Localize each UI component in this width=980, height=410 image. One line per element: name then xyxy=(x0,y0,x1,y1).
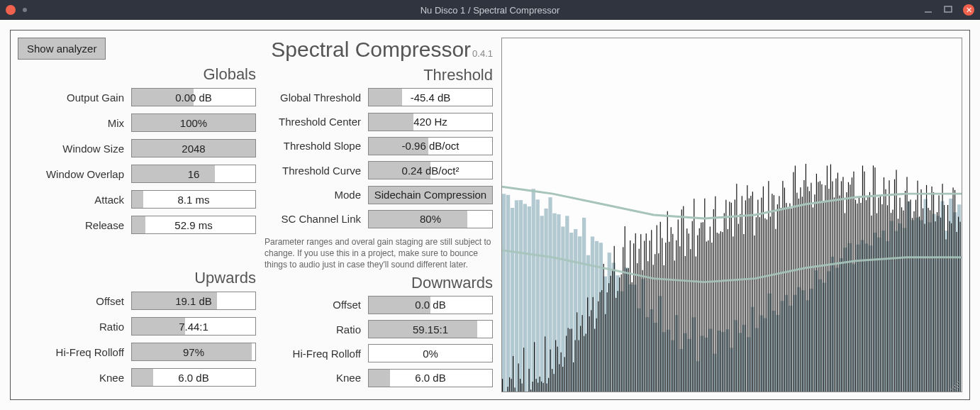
param-threshold-center: Threshold Center 420 Hz xyxy=(265,111,493,131)
resize-grip-icon[interactable] xyxy=(950,380,960,390)
upwards-knee-slider[interactable]: 6.0 dB xyxy=(131,368,256,387)
svg-rect-172 xyxy=(608,283,609,392)
svg-rect-203 xyxy=(664,265,664,392)
mix-slider[interactable]: 100% xyxy=(131,113,256,132)
svg-rect-150 xyxy=(569,329,570,392)
svg-rect-161 xyxy=(589,316,590,392)
param-label: Ratio xyxy=(18,321,131,333)
svg-rect-274 xyxy=(789,204,790,392)
svg-rect-154 xyxy=(577,312,577,392)
svg-rect-275 xyxy=(791,209,792,392)
attack-slider[interactable]: 8.1 ms xyxy=(131,190,256,209)
svg-rect-299 xyxy=(834,197,835,392)
threshold-slope-slider[interactable]: -0.96 dB/oct xyxy=(368,137,493,155)
svg-rect-128 xyxy=(530,389,531,392)
svg-rect-197 xyxy=(653,265,654,392)
svg-rect-290 xyxy=(818,182,818,392)
svg-rect-244 xyxy=(736,184,737,392)
svg-rect-142 xyxy=(555,340,556,392)
close-icon[interactable]: ✕ xyxy=(963,4,974,16)
svg-rect-282 xyxy=(803,180,804,392)
sc-link-slider[interactable]: 80% xyxy=(368,210,493,228)
svg-rect-326 xyxy=(881,204,882,392)
svg-rect-268 xyxy=(779,196,779,392)
svg-rect-162 xyxy=(591,310,591,392)
svg-rect-118 xyxy=(513,356,513,392)
spectrum-analyzer[interactable] xyxy=(501,38,962,392)
window-overlap-slider[interactable]: 16 xyxy=(131,165,256,183)
svg-rect-358 xyxy=(938,195,939,392)
svg-rect-281 xyxy=(802,196,803,392)
upwards-offset-slider[interactable]: 19.1 dB xyxy=(131,292,256,310)
svg-rect-222 xyxy=(697,236,698,392)
param-label: Offset xyxy=(265,299,368,311)
svg-rect-329 xyxy=(887,205,888,392)
svg-rect-318 xyxy=(867,196,868,392)
svg-rect-303 xyxy=(841,181,842,392)
svg-rect-330 xyxy=(889,180,889,392)
downwards-hfroll-slider[interactable]: 0% xyxy=(368,344,493,362)
svg-rect-367 xyxy=(954,190,955,392)
downwards-ratio-slider[interactable]: 59.15:1 xyxy=(368,320,493,338)
param-label: Offset xyxy=(18,295,131,307)
svg-rect-266 xyxy=(775,229,776,392)
upwards-hfroll-slider[interactable]: 97% xyxy=(131,343,256,361)
svg-rect-166 xyxy=(598,301,598,392)
section-threshold-heading: Threshold xyxy=(265,66,493,84)
plugin-window: Show analyzer Globals Output Gain 0.00 d… xyxy=(0,20,980,410)
upwards-ratio-slider[interactable]: 7.44:1 xyxy=(131,317,256,336)
svg-rect-295 xyxy=(827,166,828,392)
param-threshold-curve: Threshold Curve 0.24 dB/oct² xyxy=(265,160,493,180)
svg-rect-265 xyxy=(774,195,774,392)
svg-rect-115 xyxy=(508,387,508,392)
svg-rect-285 xyxy=(809,191,810,392)
release-slider[interactable]: 52.9 ms xyxy=(131,216,256,234)
svg-rect-242 xyxy=(733,236,733,392)
global-threshold-slider[interactable]: -45.4 dB xyxy=(368,88,493,106)
svg-rect-147 xyxy=(564,357,565,392)
param-attack: Attack 8.1 ms xyxy=(18,189,256,210)
svg-rect-182 xyxy=(626,268,627,392)
svg-rect-314 xyxy=(860,203,861,392)
svg-rect-327 xyxy=(884,177,884,392)
maximize-icon[interactable] xyxy=(943,4,953,16)
svg-rect-308 xyxy=(850,184,850,392)
svg-rect-352 xyxy=(928,208,928,392)
svg-rect-280 xyxy=(800,187,801,392)
svg-rect-292 xyxy=(821,184,822,392)
svg-rect-294 xyxy=(825,185,825,392)
svg-rect-286 xyxy=(811,183,811,392)
minimize-icon[interactable] xyxy=(923,4,933,16)
param-label: Threshold Slope xyxy=(265,140,368,152)
param-mix: Mix 100% xyxy=(18,112,256,133)
svg-rect-132 xyxy=(538,383,538,392)
svg-rect-49 xyxy=(700,336,703,392)
svg-rect-322 xyxy=(874,167,875,392)
svg-rect-212 xyxy=(679,246,680,392)
output-gain-slider[interactable]: 0.00 dB xyxy=(131,88,256,106)
svg-rect-151 xyxy=(572,328,572,392)
svg-rect-11 xyxy=(540,216,544,392)
svg-rect-362 xyxy=(945,239,946,392)
app-icon xyxy=(6,5,16,15)
threshold-center-slider[interactable]: 420 Hz xyxy=(368,113,493,131)
param-threshold-slope: Threshold Slope -0.96 dB/oct xyxy=(265,136,493,156)
downwards-offset-slider[interactable]: 0.0 dB xyxy=(368,296,493,314)
downwards-knee-slider[interactable]: 6.0 dB xyxy=(368,369,493,387)
svg-rect-347 xyxy=(919,216,920,392)
svg-rect-160 xyxy=(587,297,588,392)
window-size-slider[interactable]: 2048 xyxy=(131,139,256,157)
threshold-curve-slider[interactable]: 0.24 dB/oct² xyxy=(368,161,493,179)
show-analyzer-button[interactable]: Show analyzer xyxy=(18,38,106,60)
param-window-size: Window Size 2048 xyxy=(18,138,256,159)
svg-rect-176 xyxy=(616,298,616,392)
svg-rect-199 xyxy=(657,225,657,392)
svg-rect-254 xyxy=(754,236,755,392)
svg-rect-251 xyxy=(749,198,750,392)
svg-rect-229 xyxy=(710,226,711,392)
svg-rect-136 xyxy=(545,336,545,392)
svg-rect-116 xyxy=(509,377,510,392)
svg-rect-348 xyxy=(920,189,921,392)
mode-select[interactable]: Sidechain Compression xyxy=(368,186,493,204)
svg-rect-192 xyxy=(644,240,645,392)
